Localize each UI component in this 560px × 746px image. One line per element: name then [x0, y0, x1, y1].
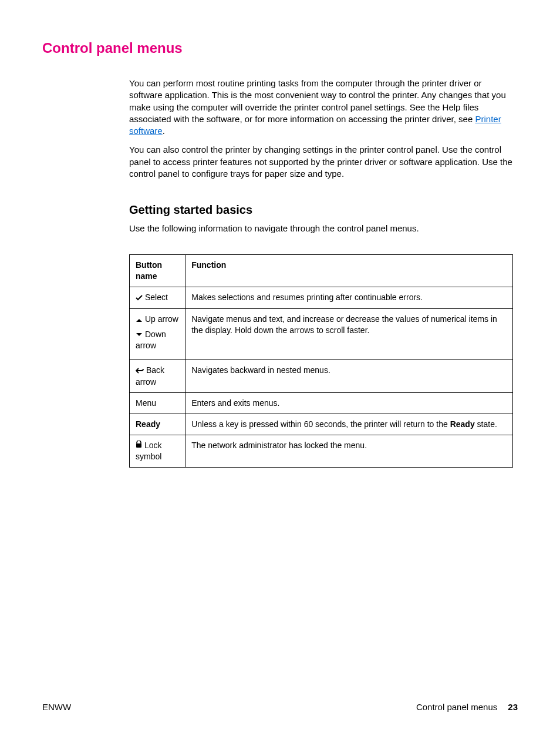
up-arrow-icon [136, 314, 143, 325]
footer-left: ENWW [42, 702, 71, 712]
lock-icon [136, 440, 142, 451]
header-button-name: Button name [130, 255, 185, 287]
intro-text-1b: . [163, 126, 165, 136]
ready-fn-b: state. [475, 419, 497, 429]
check-icon [136, 293, 143, 304]
ready-label: Ready [136, 419, 160, 429]
menu-label: Menu [130, 392, 185, 414]
intro-paragraph-2: You can also control the printer by chan… [129, 144, 513, 180]
down-arrow-icon [136, 329, 143, 340]
select-function: Makes selections and resumes printing af… [185, 287, 513, 309]
back-arrow-icon [136, 365, 144, 377]
page-number: 23 [508, 702, 518, 712]
svg-rect-0 [136, 443, 141, 448]
button-function-table: Button name Function Select Makes select… [129, 254, 513, 468]
table-row: Select Makes selections and resumes prin… [130, 287, 513, 309]
back-arrow-function: Navigates backward in nested menus. [185, 360, 513, 393]
header-function: Function [185, 255, 513, 287]
table-header-row: Button name Function [130, 255, 513, 287]
table-row: Menu Enters and exits menus. [130, 392, 513, 414]
intro-text-1a: You can perform most routine printing ta… [129, 78, 506, 124]
select-label: Select [145, 293, 168, 302]
footer-section-title: Control panel menus [416, 702, 497, 712]
subheading-getting-started: Getting started basics [129, 203, 513, 217]
intro-paragraph-1: You can perform most routine printing ta… [129, 78, 513, 137]
ready-function: Unless a key is pressed within 60 second… [185, 414, 513, 435]
page-title: Control panel menus [42, 40, 518, 56]
table-row: Ready Unless a key is pressed within 60 … [130, 414, 513, 435]
menu-function: Enters and exits menus. [185, 392, 513, 414]
up-arrow-label: Up arrow [145, 314, 178, 324]
arrow-function: Navigate menus and text, and increase or… [185, 308, 513, 359]
table-row: Up arrow Down arrow Navigate menus and t… [130, 308, 513, 359]
table-row: Lock symbol The network administrator ha… [130, 435, 513, 468]
page-footer: ENWW Control panel menus 23 [42, 702, 518, 712]
lock-function: The network administrator has locked the… [185, 435, 513, 468]
table-row: Back arrow Navigates backward in nested … [130, 360, 513, 393]
ready-fn-a: Unless a key is pressed within 60 second… [191, 419, 450, 429]
ready-fn-bold: Ready [450, 419, 475, 429]
getting-started-intro: Use the following information to navigat… [129, 223, 513, 234]
